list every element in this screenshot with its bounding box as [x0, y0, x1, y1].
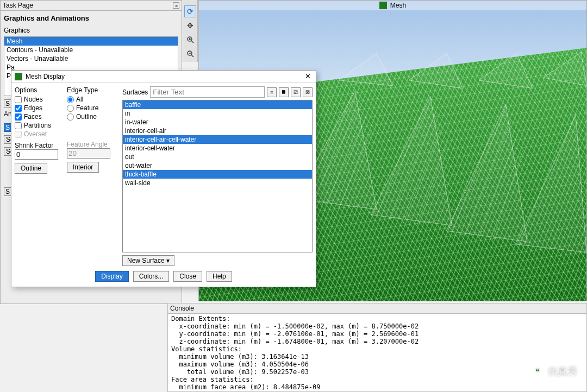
graphics-item-vectors[interactable]: Vectors - Unavailable	[4, 54, 178, 63]
surfaces-listbox[interactable]: baffle in in-water interior-cell-air int…	[122, 100, 313, 252]
dialog-app-icon	[15, 73, 22, 80]
display-button[interactable]: Display	[95, 271, 128, 282]
zoom-out-icon[interactable]	[184, 48, 196, 60]
surface-item-wall-side[interactable]: wall-side	[123, 179, 312, 187]
help-button[interactable]: Help	[207, 271, 232, 282]
surface-item-interior-cell-air-cell-water[interactable]: interior-cell-air-cell-water	[123, 135, 312, 144]
surfaces-label: Surfaces	[122, 88, 148, 96]
s3-button[interactable]: S	[4, 187, 11, 196]
graphics-item-contours[interactable]: Contours - Unavailable	[4, 46, 178, 54]
option-partitions[interactable]: Partitions	[15, 121, 64, 130]
view-toolbar: ⟳ ✥	[183, 0, 198, 62]
surface-item-baffle[interactable]: baffle	[123, 100, 312, 109]
mesh-app-icon	[379, 2, 387, 9]
move-icon[interactable]: ✥	[184, 20, 196, 31]
mesh-display-title: Mesh Display	[26, 73, 303, 80]
console-output[interactable]: Domain Extents: x-coordinate: min (m) = …	[168, 314, 586, 391]
mesh-view-titlebar: Mesh	[199, 1, 586, 10]
svg-marker-14	[339, 53, 392, 85]
s2-button[interactable]: Se	[4, 147, 11, 156]
console-panel: Console Domain Extents: x-coordinate: mi…	[167, 303, 587, 392]
options-group-label: Options	[15, 86, 64, 94]
graphics-setup-button[interactable]: S	[4, 99, 11, 108]
colors-button[interactable]: Colors...	[133, 271, 170, 282]
sync-icon[interactable]: ⟳	[184, 5, 196, 17]
svg-line-1	[191, 41, 193, 43]
mesh-view-title: Mesh	[390, 2, 406, 9]
s1-button[interactable]: Se	[4, 135, 11, 144]
surface-item-in-water[interactable]: in-water	[123, 118, 312, 127]
deselect-all-icon[interactable]: ☒	[303, 87, 313, 97]
surface-item-out-water[interactable]: out-water	[123, 161, 312, 170]
surface-item-interior-cell-air[interactable]: interior-cell-air	[123, 127, 312, 135]
task-page-header: Task Page ⨉	[1, 1, 182, 11]
outline-button[interactable]: Outline	[15, 163, 47, 174]
shrink-factor-label: Shrink Factor	[15, 142, 64, 149]
feature-angle-label: Feature Angle	[67, 141, 116, 148]
surface-item-interior-cell-water[interactable]: interior-cell-water	[123, 144, 312, 153]
new-surface-button[interactable]: New Surface ▾	[122, 255, 174, 266]
graphics-heading: Graphics and Animations	[1, 11, 182, 24]
surfaces-filter-input[interactable]	[150, 86, 265, 98]
task-page-close-icon[interactable]: ⨉	[173, 2, 179, 9]
interior-button[interactable]: Interior	[67, 162, 99, 173]
edge-type-all[interactable]: All	[67, 95, 116, 104]
close-button[interactable]: Close	[173, 271, 202, 282]
animations-s-button[interactable]: S	[4, 123, 11, 132]
zoom-in-icon[interactable]	[184, 34, 196, 46]
edge-type-outline[interactable]: Outline	[67, 112, 116, 121]
console-title: Console	[168, 304, 586, 314]
surface-item-in[interactable]: in	[123, 109, 312, 118]
surface-item-thick-baffle[interactable]: thick-baffle	[123, 170, 312, 179]
edge-type-group-label: Edge Type	[67, 86, 116, 94]
svg-line-5	[191, 55, 193, 57]
mesh-display-close-icon[interactable]: ✕	[303, 72, 313, 81]
shrink-factor-input[interactable]	[15, 149, 58, 160]
filter-toggle-icon[interactable]: ≡	[267, 87, 277, 97]
task-page-title: Task Page	[3, 2, 173, 9]
option-edges[interactable]: Edges	[15, 104, 64, 112]
option-overset: Overset	[15, 130, 64, 138]
option-nodes[interactable]: Nodes	[15, 95, 64, 104]
filter-match-icon[interactable]: ≣	[279, 87, 289, 97]
mesh-display-titlebar[interactable]: Mesh Display ✕	[11, 71, 316, 83]
graphics-subheading: Graphics	[1, 24, 182, 36]
surface-item-out[interactable]: out	[123, 153, 312, 161]
edge-type-feature[interactable]: Feature	[67, 104, 116, 112]
option-faces[interactable]: Faces	[15, 112, 64, 121]
feature-angle-input	[67, 148, 110, 159]
select-all-icon[interactable]: ☑	[291, 87, 301, 97]
mesh-display-dialog: Mesh Display ✕ Options Nodes Edges Faces…	[11, 70, 316, 287]
graphics-item-mesh[interactable]: Mesh	[4, 37, 178, 46]
